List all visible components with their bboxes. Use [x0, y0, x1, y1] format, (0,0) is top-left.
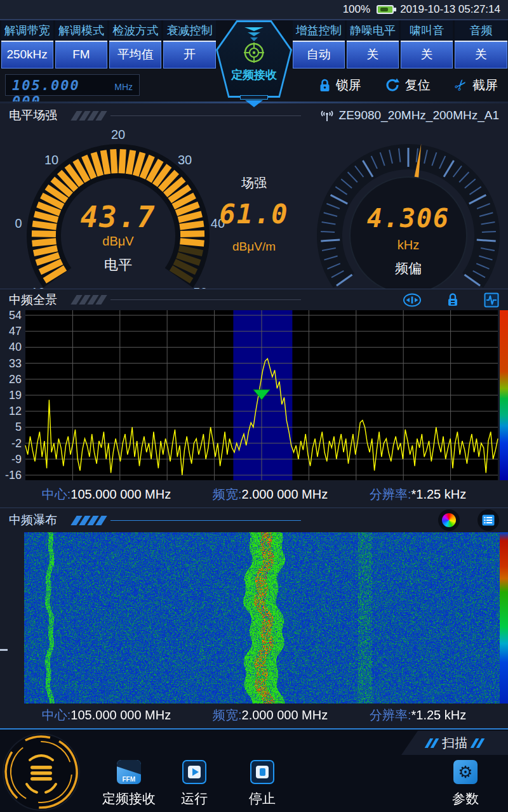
menu-label: 啸叫音	[401, 20, 453, 42]
slash-decoration	[473, 738, 482, 748]
spectrum-chart[interactable]: 544740332619125-2-9-16	[0, 310, 508, 481]
menu-label: 衰减控制	[163, 20, 215, 42]
chevron-down-icon	[244, 27, 264, 31]
panel-title: 中频全景	[9, 292, 57, 308]
menu-value[interactable]: 平均值	[109, 42, 161, 69]
if-waterfall-panel: 中频瀑布 中心:105.000 000 MHz 频宽:2.000 000 MHz…	[0, 508, 508, 728]
nav-params-button[interactable]: ⚙ 参数	[440, 760, 491, 808]
main-menu-button[interactable]	[1, 732, 81, 812]
device-name: ZE9080_20MHz_200MHz_A1	[339, 108, 499, 122]
menu-gain[interactable]: 增益控制 自动	[293, 20, 345, 69]
svg-text:-9: -9	[11, 453, 22, 466]
nav-label: 运行	[181, 790, 208, 808]
svg-text:33: 33	[9, 357, 22, 370]
svg-text:30: 30	[178, 153, 192, 167]
svg-text:-16: -16	[5, 469, 22, 481]
nav-run-button[interactable]: 运行	[169, 760, 220, 808]
menu-value[interactable]: 关	[455, 42, 507, 69]
battery-charging-icon	[377, 5, 394, 14]
menu-label: 解调模式	[55, 20, 107, 42]
menu-squelch[interactable]: 静噪电平 关	[347, 20, 399, 69]
status-bar: 100% 2019-10-13 05:27:14	[0, 0, 508, 19]
lock-icon[interactable]	[447, 292, 458, 307]
menu-value[interactable]: 自动	[293, 42, 345, 69]
bottom-nav-bar: 扫描 FFM 定频接收 运行 停止 ⚙ 参数	[0, 728, 508, 812]
span-label: 频宽:	[213, 487, 242, 501]
center-freq-label: 中心:	[42, 487, 71, 501]
menu-demod-mode[interactable]: 解调模式 FM	[55, 20, 107, 69]
if-panorama-panel: 中频全景 544740332619125-2-9-16 中心:105.0	[0, 289, 508, 508]
level-unit: dBμV	[61, 234, 175, 249]
menu-detector[interactable]: 检波方式 平均值	[109, 20, 161, 69]
scan-label: 扫描	[442, 735, 467, 752]
scissors-icon: ✂	[450, 75, 471, 95]
scan-corner[interactable]: 扫描	[401, 731, 508, 755]
rbw-label: 分辨率:	[370, 708, 411, 722]
menu-value[interactable]: FM	[55, 42, 107, 69]
nav-ffm-button[interactable]: FFM 定频接收	[97, 760, 161, 808]
svg-text:12: 12	[9, 405, 22, 417]
menu-value[interactable]: 关	[347, 42, 399, 69]
rbw-label: 分辨率:	[370, 487, 411, 501]
span-value: 2.000 000 MHz	[242, 487, 328, 501]
level-value: 43.7	[61, 200, 175, 234]
antenna-icon	[320, 109, 334, 122]
panel-title: 中频瀑布	[9, 512, 57, 528]
list-icon[interactable]	[478, 509, 499, 531]
ffm-icon: FFM	[117, 760, 141, 784]
header-line	[110, 299, 301, 300]
reset-icon	[385, 78, 399, 92]
rbw-value: *1.25 kHz	[411, 708, 467, 722]
center-freq-value: 105.000 000 MHz	[70, 708, 171, 722]
nav-label: 停止	[249, 790, 276, 808]
waterfall-display[interactable]	[24, 532, 500, 704]
menu-howl[interactable]: 啸叫音 关	[401, 20, 453, 69]
datetime: 2019-10-13 05:27:14	[400, 3, 500, 16]
nav-label: 参数	[452, 790, 479, 808]
target-radar-icon	[243, 41, 265, 64]
level-label: 电平	[61, 256, 175, 275]
field-strength-label: 场强	[216, 174, 292, 192]
nav-stop-button[interactable]: 停止	[237, 760, 288, 808]
svg-text:26: 26	[9, 373, 22, 386]
reset-button[interactable]: 复位	[385, 77, 431, 94]
slash-decoration	[427, 738, 436, 748]
field-strength-unit: dBμV/m	[216, 240, 292, 254]
menu-label: 静噪电平	[347, 20, 399, 42]
svg-text:20: 20	[111, 130, 125, 141]
center-freq-label: 中心:	[42, 708, 71, 722]
pan-icon[interactable]	[403, 293, 422, 307]
deviation-label: 频偏	[354, 259, 462, 277]
svg-text:47: 47	[9, 325, 22, 337]
svg-text:5: 5	[15, 421, 22, 433]
menu-value[interactable]: 250kHz	[1, 42, 53, 69]
svg-text:19: 19	[9, 389, 22, 402]
signal-icon[interactable]	[484, 292, 499, 308]
menu-value[interactable]: 开	[163, 42, 215, 69]
battery-percent: 100%	[343, 3, 370, 16]
chevron-down-icon	[248, 32, 260, 36]
action-label: 复位	[405, 77, 431, 94]
menu-attenuation[interactable]: 衰减控制 开	[163, 20, 215, 69]
frequency-display[interactable]: 105.000 000 MHz	[5, 74, 140, 96]
svg-text:-2: -2	[11, 437, 22, 450]
deviation-unit: kHz	[354, 238, 462, 252]
palette-icon[interactable]	[438, 509, 460, 531]
header-line	[110, 115, 301, 116]
lock-screen-button[interactable]: 锁屏	[319, 77, 361, 94]
menu-label: 增益控制	[293, 20, 345, 42]
header-hatch-decoration	[74, 516, 104, 525]
menu-demod-bandwidth[interactable]: 解调带宽 250kHz	[1, 20, 53, 69]
level-field-panel: 电平场强 ZE9080_20MHz_200MHz_A1 -10010203040…	[0, 103, 508, 289]
menu-audio[interactable]: 音频 关	[455, 20, 507, 69]
nav-label: 定频接收	[102, 790, 156, 808]
waterfall-left-tick	[0, 649, 8, 651]
spectrum-info-row: 中心:105.000 000 MHz 频宽:2.000 000 MHz 分辨率:…	[0, 481, 508, 508]
badge-pedestal	[240, 95, 268, 100]
badge-pedestal-tip	[245, 100, 263, 107]
screenshot-button[interactable]: ✂ 截屏	[455, 77, 498, 94]
waterfall-colorbar	[500, 532, 508, 704]
menu-label: 检波方式	[109, 20, 161, 42]
frequency-unit: MHz	[114, 82, 133, 92]
menu-value[interactable]: 关	[401, 42, 453, 69]
